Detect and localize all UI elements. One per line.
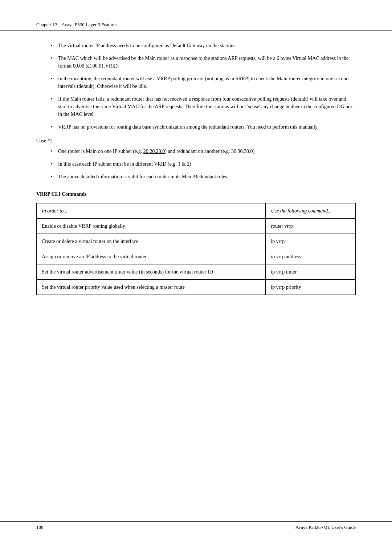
table-row: Set the virtual router advertisement tim… — [37, 264, 356, 280]
table-row: Set the virtual router priority value us… — [37, 280, 356, 295]
bullet-item-5: VRRP has no provisions for routing data … — [51, 123, 356, 131]
chapter-title: Avaya P330 Layer 3 Features — [62, 22, 118, 27]
table-row: Enable or disable VRRP routing globally … — [37, 219, 356, 234]
chapter-number: Chapter 12 — [36, 22, 57, 27]
table-cell-row2-col1: Create or delete a virtual router on the… — [37, 234, 266, 249]
vrrp-cli-table: In order to... Use the following command… — [36, 203, 356, 295]
table-cell-row1-col1: Enable or disable VRRP routing globally — [37, 219, 266, 234]
bullet-item-3: In the meantime, the redundant router wi… — [51, 75, 356, 90]
page-number: 108 — [36, 524, 44, 530]
table-row: Create or delete a virtual router on the… — [37, 234, 356, 249]
footer: 108 Avaya P332G-ML User's Guide — [0, 521, 392, 533]
bullet-item-2: The MAC which will be advertised by the … — [51, 54, 356, 70]
bullet-item-1: The virtual router IP address needs to b… — [51, 42, 356, 49]
table-cell-row5-col1: Set the virtual router priority value us… — [37, 280, 266, 295]
guide-name: Avaya P332G-ML User's Guide — [295, 524, 356, 530]
main-bullet-list: The virtual router IP address needs to b… — [51, 42, 356, 131]
table-row: Assign or remove an IP address to the vi… — [37, 249, 356, 264]
subnet1: 20.20.20.0 — [143, 149, 165, 154]
header: Chapter 12 Avaya P330 Layer 3 Features — [0, 0, 392, 31]
col2-header: Use the following command... — [266, 203, 356, 219]
col1-header: In order to... — [37, 203, 266, 219]
case2-heading: Case #2 — [36, 138, 356, 144]
table-cell-row3-col2: ip vrrp address — [266, 249, 356, 264]
chapter-label: Chapter 12 Avaya P330 Layer 3 Features — [36, 22, 117, 28]
main-content: The virtual router IP address needs to b… — [0, 42, 392, 295]
table-cell-row2-col2: ip vrrp — [266, 234, 356, 249]
table-cell-row4-col2: ip vrrp timer — [266, 264, 356, 280]
table-cell-row3-col1: Assign or remove an IP address to the vi… — [37, 249, 266, 264]
table-cell-row1-col2: router vrrp — [266, 219, 356, 234]
bullet-item-4: If the Main router fails, a redundant ro… — [51, 95, 356, 118]
table-cell-row4-col1: Set the virtual router advertisement tim… — [37, 264, 266, 280]
table-cell-row5-col2: ip vrrp priority — [266, 280, 356, 295]
case2-bullet-3: The above detailed information is valid … — [51, 173, 356, 181]
page: Chapter 12 Avaya P330 Layer 3 Features T… — [0, 0, 392, 555]
table-header-row: In order to... Use the following command… — [37, 203, 356, 219]
vrrp-cli-heading: VRRP CLI Commands — [36, 191, 356, 197]
case2-bullet-2: In this case each IP subnet must be in d… — [51, 160, 356, 168]
case2-bullet-list: One router is Main on one IP subnet (e.g… — [51, 147, 356, 181]
case2-bullet-1: One router is Main on one IP subnet (e.g… — [51, 147, 356, 155]
